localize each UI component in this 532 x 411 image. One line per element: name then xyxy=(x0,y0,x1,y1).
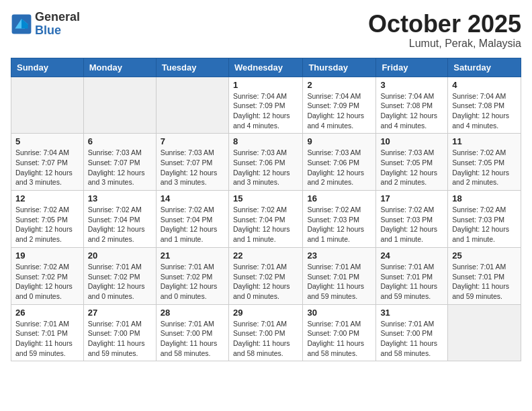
week-row-2: 5Sunrise: 7:04 AM Sunset: 7:07 PM Daylig… xyxy=(11,134,521,191)
day-number: 12 xyxy=(15,193,79,203)
day-number: 20 xyxy=(88,250,152,261)
weekday-header-row: SundayMondayTuesdayWednesdayThursdayFrid… xyxy=(11,58,521,77)
calendar-cell: 7Sunrise: 7:03 AM Sunset: 7:07 PM Daylig… xyxy=(156,134,228,191)
day-info: Sunrise: 7:02 AM Sunset: 7:05 PM Dayligh… xyxy=(15,205,79,244)
day-info: Sunrise: 7:01 AM Sunset: 7:00 PM Dayligh… xyxy=(88,319,152,359)
day-info: Sunrise: 7:02 AM Sunset: 7:03 PM Dayligh… xyxy=(307,205,371,244)
day-number: 17 xyxy=(380,193,443,203)
calendar-cell: 21Sunrise: 7:01 AM Sunset: 7:02 PM Dayli… xyxy=(156,247,228,304)
calendar-cell: 5Sunrise: 7:04 AM Sunset: 7:07 PM Daylig… xyxy=(11,134,84,191)
day-info: Sunrise: 7:01 AM Sunset: 7:01 PM Dayligh… xyxy=(452,262,517,302)
calendar-table: SundayMondayTuesdayWednesdayThursdayFrid… xyxy=(11,58,521,362)
day-number: 4 xyxy=(452,80,517,90)
calendar-cell: 8Sunrise: 7:03 AM Sunset: 7:06 PM Daylig… xyxy=(228,134,302,191)
week-row-4: 19Sunrise: 7:02 AM Sunset: 7:02 PM Dayli… xyxy=(11,247,521,304)
calendar-cell: 16Sunrise: 7:02 AM Sunset: 7:03 PM Dayli… xyxy=(303,191,376,248)
calendar-cell xyxy=(156,77,228,134)
calendar-cell: 17Sunrise: 7:02 AM Sunset: 7:03 PM Dayli… xyxy=(376,191,448,248)
day-number: 22 xyxy=(233,250,298,261)
day-info: Sunrise: 7:04 AM Sunset: 7:09 PM Dayligh… xyxy=(233,91,298,131)
logo-icon xyxy=(11,13,32,35)
logo-blue: Blue xyxy=(35,24,80,38)
logo: General Blue xyxy=(11,11,80,38)
calendar-title: October 2025 xyxy=(368,11,521,38)
day-info: Sunrise: 7:01 AM Sunset: 7:00 PM Dayligh… xyxy=(161,319,224,359)
day-number: 23 xyxy=(307,250,371,261)
calendar-cell: 19Sunrise: 7:02 AM Sunset: 7:02 PM Dayli… xyxy=(11,247,84,304)
calendar-cell: 14Sunrise: 7:02 AM Sunset: 7:04 PM Dayli… xyxy=(156,191,228,248)
day-info: Sunrise: 7:04 AM Sunset: 7:08 PM Dayligh… xyxy=(452,91,517,131)
calendar-cell: 1Sunrise: 7:04 AM Sunset: 7:09 PM Daylig… xyxy=(228,77,302,134)
day-number: 9 xyxy=(307,136,371,146)
calendar-cell: 31Sunrise: 7:01 AM Sunset: 7:00 PM Dayli… xyxy=(376,304,448,361)
calendar-cell: 6Sunrise: 7:03 AM Sunset: 7:07 PM Daylig… xyxy=(83,134,156,191)
day-info: Sunrise: 7:03 AM Sunset: 7:05 PM Dayligh… xyxy=(380,148,443,187)
weekday-header-thursday: Thursday xyxy=(303,58,376,77)
day-number: 15 xyxy=(233,193,298,203)
day-info: Sunrise: 7:01 AM Sunset: 7:02 PM Dayligh… xyxy=(161,262,224,302)
day-number: 16 xyxy=(307,193,371,203)
day-number: 28 xyxy=(161,308,224,318)
week-row-5: 26Sunrise: 7:01 AM Sunset: 7:01 PM Dayli… xyxy=(11,304,521,361)
calendar-cell: 13Sunrise: 7:02 AM Sunset: 7:04 PM Dayli… xyxy=(83,191,156,248)
day-number: 27 xyxy=(88,308,152,318)
day-info: Sunrise: 7:04 AM Sunset: 7:07 PM Dayligh… xyxy=(15,148,79,187)
day-info: Sunrise: 7:01 AM Sunset: 7:01 PM Dayligh… xyxy=(380,262,443,302)
day-number: 24 xyxy=(380,250,443,261)
day-number: 8 xyxy=(233,136,298,146)
day-number: 10 xyxy=(380,136,443,146)
day-info: Sunrise: 7:03 AM Sunset: 7:07 PM Dayligh… xyxy=(161,148,224,187)
day-info: Sunrise: 7:02 AM Sunset: 7:02 PM Dayligh… xyxy=(15,262,79,302)
page-header: General Blue October 2025 Lumut, Perak, … xyxy=(11,11,521,50)
day-number: 26 xyxy=(15,308,79,318)
day-info: Sunrise: 7:02 AM Sunset: 7:05 PM Dayligh… xyxy=(452,148,517,187)
calendar-cell: 3Sunrise: 7:04 AM Sunset: 7:08 PM Daylig… xyxy=(376,77,448,134)
day-info: Sunrise: 7:02 AM Sunset: 7:03 PM Dayligh… xyxy=(452,205,517,244)
day-number: 13 xyxy=(88,193,152,203)
day-info: Sunrise: 7:02 AM Sunset: 7:04 PM Dayligh… xyxy=(161,205,224,244)
day-info: Sunrise: 7:03 AM Sunset: 7:06 PM Dayligh… xyxy=(233,148,298,187)
calendar-cell: 18Sunrise: 7:02 AM Sunset: 7:03 PM Dayli… xyxy=(448,191,521,248)
calendar-cell: 28Sunrise: 7:01 AM Sunset: 7:00 PM Dayli… xyxy=(156,304,228,361)
day-number: 5 xyxy=(15,136,79,146)
calendar-cell: 25Sunrise: 7:01 AM Sunset: 7:01 PM Dayli… xyxy=(448,247,521,304)
day-number: 7 xyxy=(161,136,224,146)
weekday-header-friday: Friday xyxy=(376,58,448,77)
calendar-cell: 29Sunrise: 7:01 AM Sunset: 7:00 PM Dayli… xyxy=(228,304,302,361)
calendar-body: 1Sunrise: 7:04 AM Sunset: 7:09 PM Daylig… xyxy=(11,77,521,361)
day-info: Sunrise: 7:01 AM Sunset: 7:01 PM Dayligh… xyxy=(15,319,79,359)
logo-general: General xyxy=(35,11,80,24)
day-info: Sunrise: 7:03 AM Sunset: 7:06 PM Dayligh… xyxy=(307,148,371,187)
day-info: Sunrise: 7:02 AM Sunset: 7:03 PM Dayligh… xyxy=(380,205,443,244)
calendar-cell: 2Sunrise: 7:04 AM Sunset: 7:09 PM Daylig… xyxy=(303,77,376,134)
title-block: October 2025 Lumut, Perak, Malaysia xyxy=(368,11,521,50)
day-number: 14 xyxy=(161,193,224,203)
weekday-header-sunday: Sunday xyxy=(11,58,84,77)
weekday-header-monday: Monday xyxy=(83,58,156,77)
calendar-cell: 12Sunrise: 7:02 AM Sunset: 7:05 PM Dayli… xyxy=(11,191,84,248)
day-number: 30 xyxy=(307,308,371,318)
calendar-cell: 4Sunrise: 7:04 AM Sunset: 7:08 PM Daylig… xyxy=(448,77,521,134)
logo-text: General Blue xyxy=(35,11,80,38)
calendar-cell xyxy=(11,77,84,134)
calendar-cell xyxy=(83,77,156,134)
day-info: Sunrise: 7:03 AM Sunset: 7:07 PM Dayligh… xyxy=(88,148,152,187)
weekday-header-wednesday: Wednesday xyxy=(228,58,302,77)
day-number: 6 xyxy=(88,136,152,146)
week-row-3: 12Sunrise: 7:02 AM Sunset: 7:05 PM Dayli… xyxy=(11,191,521,248)
weekday-header-saturday: Saturday xyxy=(448,58,521,77)
weekday-header-tuesday: Tuesday xyxy=(156,58,228,77)
day-number: 19 xyxy=(15,250,79,261)
day-number: 1 xyxy=(233,80,298,90)
day-info: Sunrise: 7:01 AM Sunset: 7:00 PM Dayligh… xyxy=(233,319,298,359)
calendar-cell: 24Sunrise: 7:01 AM Sunset: 7:01 PM Dayli… xyxy=(376,247,448,304)
day-info: Sunrise: 7:04 AM Sunset: 7:08 PM Dayligh… xyxy=(380,91,443,131)
calendar-cell: 27Sunrise: 7:01 AM Sunset: 7:00 PM Dayli… xyxy=(83,304,156,361)
calendar-cell xyxy=(448,304,521,361)
day-number: 3 xyxy=(380,80,443,90)
calendar-cell: 11Sunrise: 7:02 AM Sunset: 7:05 PM Dayli… xyxy=(448,134,521,191)
day-number: 21 xyxy=(161,250,224,261)
day-number: 2 xyxy=(307,80,371,90)
day-info: Sunrise: 7:01 AM Sunset: 7:02 PM Dayligh… xyxy=(88,262,152,302)
calendar-cell: 20Sunrise: 7:01 AM Sunset: 7:02 PM Dayli… xyxy=(83,247,156,304)
